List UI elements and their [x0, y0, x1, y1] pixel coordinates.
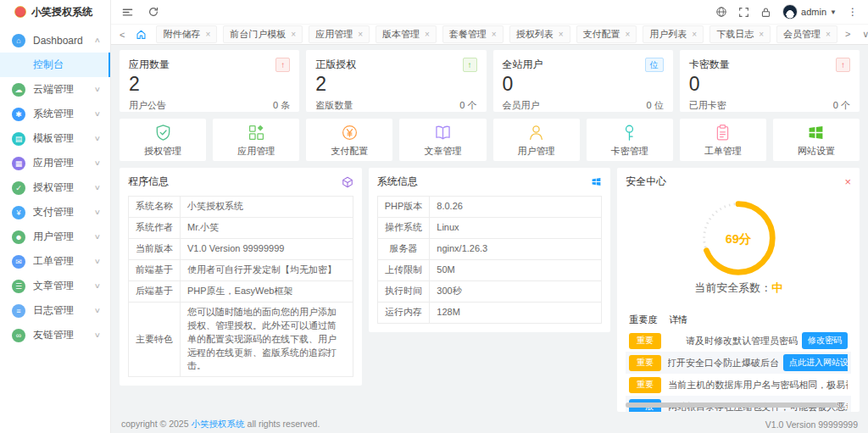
shortcut-articles[interactable]: 文章管理 [399, 119, 486, 161]
tab-member-management[interactable]: 会员管理 [776, 25, 837, 43]
stat-card-site-users: 全站用户位 0 会员用户0 位 [493, 50, 673, 112]
lock-icon[interactable] [760, 7, 771, 18]
sidebar-item-dashboard[interactable]: ⌂ Dashboard [0, 28, 110, 53]
shortcut-applications[interactable]: 应用管理 [213, 119, 299, 161]
close-icon[interactable] [425, 31, 430, 39]
tabs-scroll-left-icon[interactable]: < [118, 30, 126, 40]
close-icon[interactable] [358, 31, 363, 39]
importance-badge: 重要 [629, 333, 661, 349]
sidebar-item-console[interactable]: 控制台 [0, 53, 110, 77]
stat-card-apps: 应用数量↑ 2 用户公告0 条 [120, 50, 299, 112]
language-globe-icon[interactable] [715, 6, 727, 18]
grid-icon: ▦ [12, 157, 25, 170]
shortcut-payment-config[interactable]: 支付配置 [306, 119, 392, 161]
fullscreen-icon[interactable] [738, 7, 749, 18]
security-level-value: 中 [771, 281, 782, 294]
change-password-button[interactable]: 修改密码 [802, 332, 848, 349]
sidebar-toggle-icon[interactable] [121, 6, 134, 19]
copyright-text: copyright © 2025小笑授权系统all rights reserve… [121, 419, 320, 430]
close-icon[interactable] [759, 31, 764, 39]
close-icon[interactable] [626, 31, 631, 39]
tab-app-management[interactable]: 应用管理 [309, 25, 370, 43]
sidebar-item-tickets[interactable]: ✉ 工单管理 [0, 249, 110, 274]
footer: copyright © 2025小笑授权系统all rights reserve… [120, 412, 860, 430]
security-issue-row: 重要 请及时修改默认管理员密码 修改密码 [626, 330, 851, 352]
sidebar-item-payment[interactable]: ¥ 支付管理 [0, 200, 110, 225]
open-security-setting-button[interactable]: 点此进入网站设置打开 [783, 354, 848, 371]
shortcut-users[interactable]: 用户管理 [493, 119, 580, 161]
sidebar-item-logs[interactable]: ≡ 日志管理 [0, 298, 110, 323]
stat-card-card-keys: 卡密数量↑ 0 已用卡密0 个 [680, 50, 860, 112]
dashboard-content: 应用数量↑ 2 用户公告0 条 正版授权↑ 2 盗版数量0 个 全站用户位 0 … [111, 45, 868, 433]
shortcut-tickets[interactable]: 工单管理 [680, 119, 766, 161]
sidebar-menu: ⌂ Dashboard 控制台 ☁ 云端管理 ✱ 系统管理 ▤ 模板管理 [0, 24, 110, 433]
close-icon[interactable] [559, 31, 564, 39]
shortcut-grid: 授权管理 应用管理 支付配置 [120, 119, 860, 161]
close-icon[interactable] [692, 31, 697, 39]
security-level-label: 当前安全系数：中 [694, 280, 782, 296]
security-center-panel: 安全中心 69分 当前安全系数：中 [617, 168, 860, 412]
topbar-actions: admin ▼ ⋮ [715, 4, 858, 19]
close-icon[interactable] [205, 31, 210, 39]
shortcut-card-keys[interactable]: 卡密管理 [587, 119, 673, 161]
sidebar-item-cloud[interactable]: ☁ 云端管理 [0, 77, 110, 102]
username: admin [801, 7, 826, 17]
stat-cards: 应用数量↑ 2 用户公告0 条 正版授权↑ 2 盗版数量0 个 全站用户位 0 … [120, 50, 860, 112]
shortcut-authorization[interactable]: 授权管理 [120, 119, 206, 161]
more-menu-icon[interactable]: ⋮ [848, 6, 858, 18]
tabs-scroll-right-icon[interactable]: > [843, 29, 852, 40]
windows-icon [806, 123, 826, 143]
security-table-header: 重要度 详情 [626, 309, 851, 330]
close-icon[interactable] [492, 31, 497, 39]
cube-icon [342, 176, 353, 188]
unit-badge: 位 [645, 58, 664, 72]
importance-badge: 重要 [629, 377, 661, 393]
avatar [782, 4, 798, 19]
home-tab[interactable] [132, 29, 150, 40]
tab-version-management[interactable]: 版本管理 [376, 25, 437, 43]
user-menu[interactable]: admin ▼ [782, 4, 837, 19]
sidebar-item-system[interactable]: ✱ 系统管理 [0, 102, 110, 126]
sidebar: 小笑授权系统 ⌂ Dashboard 控制台 ☁ 云端管理 ✱ 系统管理 [0, 0, 111, 433]
home-icon: ⌂ [12, 34, 25, 47]
chevron-down-icon: ▼ [830, 8, 837, 16]
tabs-menu-icon[interactable]: ∨ [860, 29, 868, 40]
sidebar-item-users[interactable]: ☻ 用户管理 [0, 225, 110, 249]
sidebar-item-template[interactable]: ▤ 模板管理 [0, 126, 110, 151]
stat-value: 2 [315, 73, 476, 96]
link-icon: ∞ [12, 329, 25, 342]
main-area: admin ▼ ⋮ < 附件储存 前台门户模板 应用管理 版本管理 套餐管理 授… [111, 0, 868, 433]
windows-icon [591, 176, 602, 187]
cloud-icon: ☁ [12, 83, 25, 97]
sidebar-item-articles[interactable]: ☰ 文章管理 [0, 274, 110, 298]
security-issue-row: 重要 当前主机的数据库用户名与密码相同，极易被黑客破解，请及时修改 [626, 374, 851, 396]
up-arrow-badge: ↑ [275, 58, 290, 72]
close-icon[interactable] [291, 31, 296, 39]
tab-payment-config[interactable]: 支付配置 [576, 25, 637, 43]
tab-portal-template[interactable]: 前台门户模板 [223, 25, 303, 43]
person-icon [526, 123, 546, 143]
sidebar-item-application[interactable]: ▦ 应用管理 [0, 151, 110, 175]
brand-link[interactable]: 小笑授权系统 [192, 419, 245, 429]
tab-download-log[interactable]: 下载日志 [709, 25, 771, 43]
horizontal-scrollbar[interactable] [626, 402, 837, 408]
key-icon [620, 123, 639, 143]
importance-badge: 重要 [629, 355, 661, 371]
close-icon[interactable] [826, 31, 831, 39]
app-title: 小笑授权系统 [31, 5, 92, 19]
tab-user-list[interactable]: 用户列表 [643, 25, 704, 43]
sidebar-item-authorization[interactable]: ✓ 授权管理 [0, 175, 110, 200]
tab-attachment-storage[interactable]: 附件储存 [156, 25, 217, 43]
sidebar-item-links[interactable]: ∞ 友链管理 [0, 323, 110, 347]
up-arrow-badge: ↑ [836, 58, 850, 72]
yen-circle-icon [340, 123, 359, 143]
tab-authorization-list[interactable]: 授权列表 [509, 25, 570, 43]
shortcut-site-settings[interactable]: 网站设置 [773, 119, 860, 161]
panel-title: 系统信息 [377, 175, 418, 189]
security-gauge: 69分 当前安全系数：中 [626, 196, 851, 301]
chevron-down-icon [94, 110, 101, 118]
app-logo: 小笑授权系统 [0, 0, 110, 24]
refresh-icon[interactable] [147, 6, 159, 18]
close-icon[interactable] [844, 176, 851, 187]
tab-package-management[interactable]: 套餐管理 [442, 25, 504, 43]
